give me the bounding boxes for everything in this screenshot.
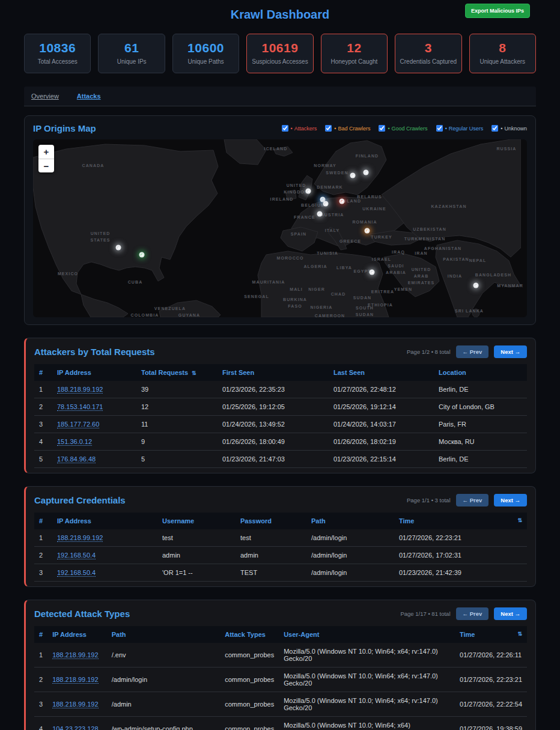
map-marker-good_crawler[interactable]: [139, 252, 145, 258]
tab[interactable]: Overview: [31, 93, 59, 100]
ip-link[interactable]: 104.23.223.128: [52, 725, 98, 730]
credentials-title: Captured Credentials: [34, 495, 126, 505]
legend-label: Unknown: [504, 126, 527, 132]
col-header-total-requests[interactable]: Total Requests⇅: [136, 364, 218, 381]
attackers-pager: Page 1/2 • 8 total ← Prev Next →: [407, 345, 527, 358]
attack-row: 1 188.218.99.192 /.env common_probes Moz…: [34, 643, 527, 668]
ip-link[interactable]: 188.218.99.192: [57, 386, 103, 394]
map-marker-unknown[interactable]: [370, 270, 375, 275]
attacker-row: 1 188.218.99.192 39 01/23/2026, 22:35:23…: [34, 381, 527, 398]
map-marker-unknown[interactable]: [306, 189, 311, 194]
ip-link[interactable]: 176.84.96.48: [57, 455, 96, 463]
stat-value: 3: [398, 41, 458, 55]
row-number: 3: [34, 564, 52, 582]
legend-checkbox[interactable]: [282, 125, 288, 132]
ip-link[interactable]: 151.36.0.12: [57, 438, 92, 446]
legend-checkbox[interactable]: [436, 125, 443, 132]
credentials-table: # IP Address Username Password Path Time…: [34, 513, 527, 582]
legend-dot-icon: •: [291, 126, 293, 132]
ip-link[interactable]: 78.153.140.171: [57, 403, 103, 411]
col-header-password: Password: [236, 513, 306, 529]
attacker-row: 3 185.177.72.60 11 01/24/2026, 13:49:52 …: [34, 416, 527, 433]
map-viewport[interactable]: + − CANADAICELANDRUSSIANORWAYSWEDENFINLA…: [33, 139, 527, 317]
col-header-first-seen: First Seen: [218, 364, 329, 381]
page-title: Krawl Dashboard: [231, 8, 329, 21]
sort-icon[interactable]: ⇅: [192, 370, 196, 376]
stat-card: 61 Unique IPs: [98, 34, 165, 73]
first-seen-cell: 01/24/2026, 13:49:52: [218, 416, 329, 433]
map-marker-unknown[interactable]: [317, 211, 323, 217]
username-cell: test: [157, 529, 236, 547]
time-cell: 01/27/2026, 22:23:21: [394, 529, 527, 547]
stat-card: 12 Honeypot Caught: [321, 34, 388, 73]
page-info: Page 1/2 • 8 total: [407, 348, 451, 355]
ip-link[interactable]: 192.168.50.4: [57, 552, 96, 559]
stat-label: Unique Attackers: [472, 58, 533, 65]
col-header-location: Location: [434, 364, 527, 381]
stat-value: 8: [472, 41, 533, 55]
row-number: 2: [34, 547, 52, 564]
row-number: 3: [34, 416, 52, 433]
next-page-button[interactable]: Next →: [494, 607, 527, 620]
location-cell: City of London, GB: [434, 398, 527, 416]
prev-page-button[interactable]: ← Prev: [456, 494, 489, 506]
map-legend: •Attackers •Bad Crawlers •Good C: [282, 125, 527, 132]
path-cell: /admin: [107, 692, 221, 717]
col-header-ip: IP Address: [47, 626, 107, 643]
legend-checkbox[interactable]: [325, 125, 332, 132]
stat-label: Unique IPs: [101, 58, 162, 65]
ip-cell: 78.153.140.171: [52, 398, 136, 416]
total-requests-cell: 39: [136, 381, 218, 398]
map-marker-unknown[interactable]: [350, 173, 356, 178]
col-header-num: #: [34, 626, 47, 643]
map-marker-attacker[interactable]: [339, 199, 345, 204]
col-header-time[interactable]: Time⇅: [455, 626, 527, 643]
prev-page-button[interactable]: ← Prev: [456, 345, 489, 358]
first-seen-cell: 01/23/2026, 22:35:23: [218, 381, 329, 398]
ip-link[interactable]: 188.218.99.192: [57, 534, 103, 542]
user-agent-cell: Mozilla/5.0 (Windows NT 10.0; Win64; x64…: [279, 643, 455, 668]
map-marker-unknown[interactable]: [473, 283, 479, 288]
total-requests-cell: 5: [136, 451, 218, 468]
map-marker-bad_crawler[interactable]: [365, 228, 370, 234]
attack-row: 2 188.218.99.192 /admin/login common_pro…: [34, 668, 527, 692]
next-page-button[interactable]: Next →: [494, 494, 527, 506]
prev-page-button[interactable]: ← Prev: [456, 607, 489, 620]
row-number: 2: [34, 668, 47, 692]
ip-link[interactable]: 192.168.50.4: [57, 569, 96, 577]
sort-icon[interactable]: ⇅: [517, 631, 522, 637]
export-malicious-ips-button[interactable]: Export Malicious IPs: [465, 4, 530, 18]
zoom-in-button[interactable]: +: [38, 145, 54, 159]
sort-icon[interactable]: ⇅: [517, 517, 522, 523]
ip-link[interactable]: 188.218.99.192: [52, 701, 98, 708]
first-seen-cell: 01/26/2026, 18:00:49: [218, 433, 329, 451]
legend-dot-icon: •: [501, 126, 502, 132]
attack-types-cell: common_probes: [220, 717, 279, 730]
time-cell: 01/27/2026, 22:23:21: [455, 668, 527, 692]
stat-label: Unique Paths: [175, 58, 236, 65]
ip-link[interactable]: 188.218.99.192: [52, 651, 98, 659]
col-header-time[interactable]: Time⇅: [394, 513, 527, 529]
stat-value: 61: [101, 41, 162, 55]
legend-label: Good Crawlers: [392, 126, 428, 132]
next-page-button[interactable]: Next →: [494, 345, 527, 358]
legend-item: •Bad Crawlers: [325, 125, 370, 132]
time-cell: 01/27/2026, 17:02:31: [394, 547, 527, 564]
ip-link[interactable]: 188.218.99.192: [52, 676, 98, 684]
attackers-section: Attackers by Total Requests Page 1/2 • 8…: [24, 338, 536, 473]
zoom-out-button[interactable]: −: [38, 159, 54, 172]
map-marker-unknown[interactable]: [364, 170, 369, 175]
map-marker-unknown[interactable]: [323, 201, 329, 207]
map-marker-unknown[interactable]: [116, 245, 121, 251]
row-number: 5: [34, 451, 52, 468]
time-cell: 01/27/2026, 19:38:59: [455, 717, 527, 730]
ip-link[interactable]: 185.177.72.60: [57, 421, 99, 428]
row-number: 1: [34, 381, 52, 398]
legend-checkbox[interactable]: [492, 125, 498, 132]
tab[interactable]: Attacks: [77, 93, 101, 100]
legend-dot-icon: •: [445, 126, 447, 132]
legend-checkbox[interactable]: [379, 125, 385, 132]
credentials-section: Captured Credentials Page 1/1 • 3 total …: [24, 486, 536, 587]
time-cell: 01/27/2026, 22:22:54: [455, 692, 527, 717]
ip-cell: 104.23.223.128: [47, 717, 107, 730]
